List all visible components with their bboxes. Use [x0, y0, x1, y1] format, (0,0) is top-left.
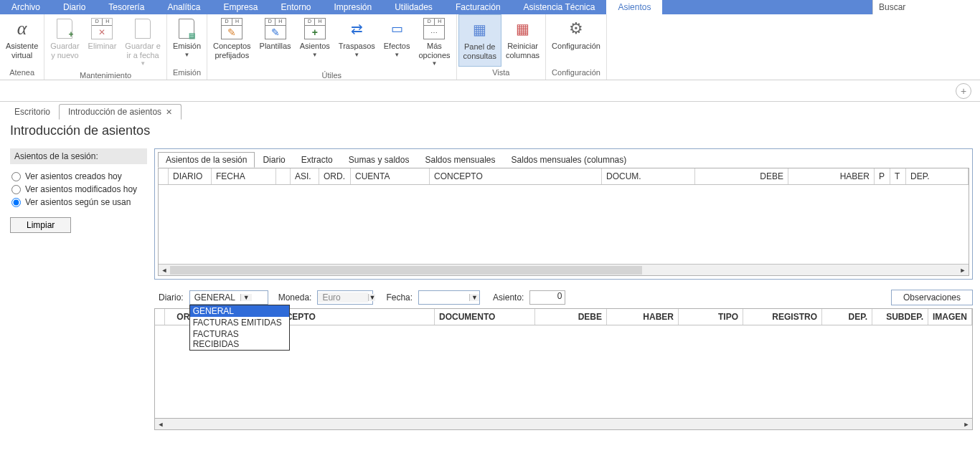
fecha-combo[interactable]: ▼	[418, 290, 480, 305]
panel-icon: ▦	[473, 21, 486, 38]
chevron-down-icon[interactable]: ▼	[240, 294, 252, 301]
scroll-left-icon[interactable]: ◄	[159, 267, 170, 274]
ribbon-group-emision: Emisión	[169, 67, 205, 80]
doc-tab-label: Introducción de asientos	[68, 107, 161, 117]
ribbon-reiniciar-columnas[interactable]: ▦ Reiniciar columnas	[501, 14, 544, 67]
grid2-hscroll[interactable]: ◄ ►	[154, 419, 973, 430]
col-haber[interactable]: HABER	[788, 168, 875, 184]
col2-documento[interactable]: DOCUMENTO	[435, 309, 535, 325]
col2-imagen[interactable]: IMAGEN	[928, 309, 972, 325]
dh-x-icon: DH✕	[91, 18, 113, 39]
col2-concepto[interactable]: NCEPTO	[275, 309, 435, 325]
col-blank[interactable]	[276, 168, 291, 184]
menu-facturacion[interactable]: Facturación	[444, 0, 512, 14]
ribbon-configuracion[interactable]: ⚙ Configuración	[547, 14, 605, 67]
radio-segun-se-usan[interactable]: Ver asientos según se usan	[11, 197, 146, 207]
ribbon-mas-opciones[interactable]: DH⋯ Más opciones ▼	[414, 14, 454, 70]
menu-diario[interactable]: Diario	[52, 0, 97, 14]
add-button[interactable]: +	[956, 83, 971, 99]
add-row: +	[0, 80, 980, 102]
col-cuenta[interactable]: CUENTA	[351, 168, 430, 184]
col-concepto[interactable]: CONCEPTO	[430, 168, 602, 184]
col2-debe[interactable]: DEBE	[535, 309, 607, 325]
col2-dep[interactable]: DEP.	[822, 309, 872, 325]
scroll-left-icon[interactable]: ◄	[155, 421, 166, 428]
menu-asistencia[interactable]: Asistencia Técnica	[512, 0, 607, 14]
ribbon-emision[interactable]: ▤ Emisión ▼	[169, 14, 205, 67]
tab-asientos-sesion[interactable]: Asientos de la sesión	[158, 152, 255, 168]
col2-selector[interactable]	[155, 309, 165, 325]
col-diario[interactable]: DIARIO	[169, 168, 212, 184]
menu-analitica[interactable]: Analítica	[156, 0, 212, 14]
chevron-down-icon: ▼	[394, 52, 400, 58]
doc-plus-icon: +	[57, 19, 72, 39]
ribbon-efectos[interactable]: ▭ Efectos ▼	[380, 14, 415, 70]
ribbon-group-vista: Vista	[458, 67, 545, 80]
moneda-label: Moneda:	[278, 292, 312, 303]
ribbon-traspasos[interactable]: ⇄ Traspasos ▼	[334, 14, 380, 70]
menu-impresion[interactable]: Impresión	[322, 0, 383, 14]
col2-tipo[interactable]: TIPO	[679, 309, 743, 325]
col-ord[interactable]: ORD.	[319, 168, 351, 184]
radio-creados-hoy[interactable]: Ver asientos creados hoy	[11, 171, 146, 181]
tab-saldos-mensuales[interactable]: Saldos mensuales	[417, 152, 503, 168]
ribbon-asientos[interactable]: DH+ Asientos ▼	[296, 14, 334, 70]
col-docum[interactable]: DOCUM.	[602, 168, 695, 184]
limpiar-button[interactable]: Limpiar	[10, 217, 71, 233]
sidebar: Asientos de la sesión: Ver asientos crea…	[10, 148, 154, 430]
menu-empresa[interactable]: Empresa	[212, 0, 269, 14]
consultas-panel: Asientos de la sesión Diario Extracto Su…	[154, 148, 973, 280]
col-t[interactable]: T	[890, 168, 906, 184]
ribbon-group-mantenimiento: Mantenimiento	[46, 70, 165, 82]
close-icon[interactable]: ✕	[166, 108, 172, 117]
tab-diario[interactable]: Diario	[255, 152, 293, 168]
dd-item-facturas-emitidas[interactable]: FACTURAS EMITIDAS	[190, 317, 289, 328]
grid-body[interactable]	[159, 185, 969, 264]
scroll-right-icon[interactable]: ►	[961, 421, 972, 428]
menu-utilidades[interactable]: Utilidades	[383, 0, 444, 14]
col-debe[interactable]: DEBE	[695, 168, 788, 184]
ribbon-conceptos-prefijados[interactable]: DH✎ Conceptos prefijados	[209, 14, 255, 70]
menu-archivo[interactable]: Archivo	[0, 0, 52, 14]
menu-tesoreria[interactable]: Tesorería	[97, 0, 156, 14]
search-input[interactable]: Buscar	[872, 0, 980, 14]
col2-subdep[interactable]: SUBDEP.	[872, 309, 928, 325]
ribbon-asistente-virtual[interactable]: α Asistente virtual	[1, 14, 42, 67]
observaciones-button[interactable]: Observaciones	[891, 290, 973, 305]
col-selector[interactable]	[159, 168, 169, 184]
col-fecha[interactable]: FECHA	[212, 168, 276, 184]
diario-label: Diario:	[159, 292, 184, 303]
chevron-down-icon[interactable]: ▼	[368, 294, 375, 301]
chevron-down-icon: ▼	[184, 52, 189, 58]
scroll-thumb[interactable]	[170, 266, 642, 275]
doc-tab-introduccion[interactable]: Introducción de asientos ✕	[59, 104, 182, 120]
menu-asientos[interactable]: Asientos	[606, 0, 662, 14]
col2-haber[interactable]: HABER	[607, 309, 679, 325]
moneda-combo[interactable]: Euro ▼	[317, 290, 373, 305]
col-p[interactable]: P	[875, 168, 890, 184]
dd-item-general[interactable]: GENERAL	[190, 305, 289, 317]
col2-registro[interactable]: REGISTRO	[743, 309, 822, 325]
ribbon-panel-consultas[interactable]: ▦ Panel de consultas	[458, 14, 501, 67]
tab-sumas-saldos[interactable]: Sumas y saldos	[341, 152, 418, 168]
menu-entorno[interactable]: Entorno	[269, 0, 322, 14]
grid-sesion: DIARIO FECHA ASI. ORD. CUENTA CONCEPTO D…	[158, 168, 969, 276]
col-asi[interactable]: ASI.	[291, 168, 319, 184]
chevron-down-icon[interactable]: ▼	[469, 294, 479, 301]
ribbon: α Asistente virtual Atenea + Guardar y n…	[0, 14, 980, 80]
col-dep[interactable]: DEP.	[906, 168, 969, 184]
scroll-right-icon[interactable]: ►	[957, 267, 969, 274]
asiento-field[interactable]: 0	[529, 290, 565, 305]
tab-extracto[interactable]: Extracto	[293, 152, 341, 168]
diario-dropdown[interactable]: GENERAL FACTURAS EMITIDAS FACTURAS RECIB…	[189, 305, 290, 351]
diario-combo[interactable]: GENERAL ▼	[189, 290, 268, 305]
radio-modificados-hoy[interactable]: Ver asientos modificados hoy	[11, 184, 146, 194]
fecha-label: Fecha:	[386, 292, 413, 303]
grid-hscroll[interactable]: ◄ ►	[159, 264, 969, 275]
dd-item-facturas-recibidas[interactable]: FACTURAS RECIBIDAS	[190, 328, 289, 350]
ribbon-eliminar: DH✕ Eliminar	[84, 14, 121, 70]
ribbon-guardar-y-nuevo: + Guardar y nuevo	[46, 14, 83, 70]
tab-saldos-mensuales-col[interactable]: Saldos mensuales (columnas)	[504, 152, 635, 168]
ribbon-plantillas[interactable]: DH✎ Plantillas	[255, 14, 296, 70]
doc-tab-escritorio[interactable]: Escritorio	[6, 105, 59, 119]
